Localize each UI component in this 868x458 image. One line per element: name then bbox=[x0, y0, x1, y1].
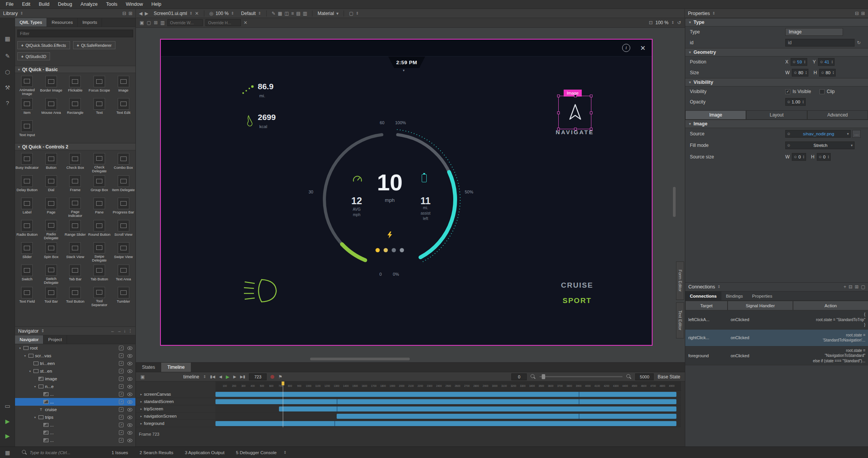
library-item-button[interactable]: Button bbox=[39, 151, 63, 173]
close-document-icon[interactable]: ✕ bbox=[195, 11, 199, 16]
keyframe-marker[interactable] bbox=[579, 414, 579, 419]
info-icon[interactable]: i bbox=[622, 44, 630, 52]
range-start-input[interactable]: 0 bbox=[511, 373, 527, 380]
tree-item-item[interactable]: ...↗ bbox=[15, 421, 135, 429]
tab-image[interactable]: Image bbox=[685, 110, 746, 120]
spinner-icon[interactable]: ▴▾ bbox=[803, 100, 804, 104]
link-icon[interactable]: ⊙ bbox=[787, 132, 790, 136]
library-item-combo-box[interactable]: Combo Box bbox=[111, 151, 135, 173]
library-item-range-slider[interactable]: Range Slider bbox=[63, 218, 87, 240]
eye-icon[interactable] bbox=[127, 439, 132, 442]
library-item-tool-separator[interactable]: Tool Separator bbox=[87, 285, 112, 307]
target-icon[interactable]: ◎ bbox=[209, 11, 213, 16]
export-icon[interactable]: ↗ bbox=[119, 392, 124, 396]
link-icon[interactable]: ⊙ bbox=[787, 100, 790, 104]
section-image[interactable]: ▾ Image bbox=[685, 120, 868, 128]
output-panes-selector-icon[interactable]: ⇕ bbox=[284, 451, 287, 455]
play-button[interactable]: ▶ bbox=[226, 374, 229, 380]
browse-button[interactable]: … bbox=[852, 130, 861, 138]
import-chip[interactable]: +QtStudio3D bbox=[17, 52, 50, 60]
properties-split-icon[interactable]: ⊟ bbox=[855, 11, 859, 16]
status-issues[interactable]: 1 Issues bbox=[112, 450, 128, 455]
timeline-bar[interactable] bbox=[279, 406, 676, 411]
status-debugger-console[interactable]: 5 Debugger Console bbox=[236, 450, 277, 455]
export-icon[interactable]: ↗ bbox=[119, 361, 124, 366]
tree-item-root[interactable]: ▾root↗ bbox=[15, 344, 135, 352]
spinner-icon[interactable]: ▴▾ bbox=[831, 60, 833, 64]
library-item-progress-bar[interactable]: Progress Bar bbox=[111, 196, 135, 218]
selection-handle[interactable] bbox=[574, 95, 577, 97]
x-input[interactable]: ⊙ 59 ▴▾ bbox=[791, 58, 807, 66]
tab-navigator[interactable]: Navigator bbox=[15, 335, 43, 344]
navigator-selector-icon[interactable]: ⇕ bbox=[41, 329, 45, 333]
timeline-track-label[interactable]: ▸tripScreen bbox=[136, 405, 215, 413]
library-item-busy-indicator[interactable]: Busy Indicator bbox=[15, 151, 39, 173]
canvas-zoom-selector-icon[interactable]: ⇕ bbox=[671, 21, 674, 25]
library-section-header[interactable]: ▾Qt Quick - Controls 2 bbox=[15, 143, 135, 150]
link-icon[interactable]: ⊙ bbox=[787, 143, 790, 147]
menu-help[interactable]: Help bbox=[147, 0, 165, 8]
timeline-bar[interactable] bbox=[215, 392, 676, 397]
live-preview-icon[interactable]: ▭ bbox=[0, 403, 15, 410]
connections-close-icon[interactable]: ▢ bbox=[861, 285, 865, 289]
timeline-bar[interactable] bbox=[337, 414, 676, 419]
menu-tools[interactable]: Tools bbox=[102, 0, 122, 8]
properties-detach-icon[interactable]: ⊞ bbox=[861, 11, 865, 16]
library-item-tool-bar[interactable]: Tool Bar bbox=[39, 285, 63, 307]
timeline-zoom-slider[interactable] bbox=[539, 374, 623, 379]
is-visible-checkbox[interactable]: ✓ bbox=[785, 89, 790, 94]
tree-item-image[interactable]: image↗ bbox=[15, 375, 135, 383]
library-item-label[interactable]: Label bbox=[15, 196, 39, 218]
selected-image-element[interactable] bbox=[558, 96, 591, 129]
id-input[interactable]: id bbox=[785, 39, 855, 47]
section-type[interactable]: ▾ Type bbox=[685, 18, 868, 27]
timeline-track-label[interactable]: ▸foreground bbox=[136, 420, 215, 427]
eye-icon[interactable] bbox=[127, 362, 132, 365]
form-editor-viewport[interactable]: i ✕ 2:59 PM ▾ 86.9 mi. 2699 kcal 60 100%… bbox=[136, 28, 685, 362]
zoom-fit-icon[interactable]: ⊡ bbox=[649, 20, 653, 25]
menu-file[interactable]: File bbox=[2, 0, 18, 8]
library-item-rectangle[interactable]: Rectangle bbox=[63, 96, 87, 118]
h-input[interactable]: ⊙ 80 ▴▾ bbox=[819, 69, 836, 77]
selection-handle[interactable] bbox=[590, 95, 593, 97]
col-signal-handler[interactable]: Signal Handler bbox=[728, 301, 793, 310]
open-document-selector[interactable]: Screen01.ui.qml bbox=[154, 11, 187, 16]
link-icon[interactable]: ⊙ bbox=[820, 60, 823, 64]
no-snapping-icon[interactable]: ▣ bbox=[140, 20, 144, 25]
opacity-value[interactable]: 1.00 bbox=[792, 100, 800, 104]
extra-tool-selector-icon[interactable]: ⇕ bbox=[356, 12, 359, 15]
library-item-image[interactable]: Image bbox=[111, 74, 135, 96]
timeline-playhead[interactable] bbox=[283, 381, 283, 427]
tree-item-item[interactable]: ...↗ bbox=[15, 390, 135, 398]
canvas-zoom-selector[interactable]: 100 % bbox=[656, 20, 669, 25]
library-item-text-edit[interactable]: Text Edit bbox=[111, 96, 135, 118]
library-item-switch[interactable]: Switch bbox=[15, 263, 39, 285]
expander-icon[interactable]: ▾ bbox=[23, 354, 27, 358]
timeline-ruler[interactable]: 1002003004005006007008009001000110012001… bbox=[215, 381, 681, 391]
keyframe-marker[interactable] bbox=[337, 399, 337, 404]
connections-detach-icon[interactable]: ⊞ bbox=[855, 285, 859, 289]
timeline-track[interactable] bbox=[215, 413, 681, 420]
tab-conn-properties[interactable]: Properties bbox=[748, 291, 777, 300]
tools-icon[interactable]: ⚒ bbox=[0, 84, 15, 91]
record-button[interactable] bbox=[270, 375, 274, 379]
tab-text-editor[interactable]: Text Editor bbox=[676, 302, 684, 338]
library-item-tab-button[interactable]: Tab Button bbox=[87, 263, 112, 285]
show-bounds-icon[interactable]: ≡ bbox=[291, 11, 294, 16]
library-item-pane[interactable]: Pane bbox=[87, 196, 112, 218]
horizontal-scrollbar[interactable] bbox=[310, 358, 410, 360]
timeline-track-label[interactable]: ▸screenCanvas bbox=[136, 391, 215, 398]
library-section-header[interactable]: ▾Qt Quick - Basic bbox=[15, 66, 135, 73]
override-height-input[interactable]: Override H... bbox=[205, 19, 241, 26]
source-size-h-input[interactable]: ⊙ 0 ▴▾ bbox=[817, 153, 831, 161]
library-item-scroll-view[interactable]: Scroll View bbox=[111, 218, 135, 240]
eye-icon[interactable] bbox=[127, 408, 132, 411]
reset-view-icon[interactable]: ↺ bbox=[677, 20, 681, 25]
selection-handle[interactable] bbox=[557, 95, 560, 97]
edit-annotation-icon[interactable]: ✎ bbox=[272, 11, 275, 16]
extra-tool-icon[interactable]: ▢ bbox=[349, 11, 353, 16]
zoom-selector-icon[interactable]: ⇕ bbox=[231, 12, 234, 15]
skip-to-start-button[interactable]: ▮◀ bbox=[210, 375, 215, 379]
zoom-in-icon[interactable] bbox=[626, 374, 631, 379]
export-icon[interactable]: ↗ bbox=[119, 384, 124, 389]
